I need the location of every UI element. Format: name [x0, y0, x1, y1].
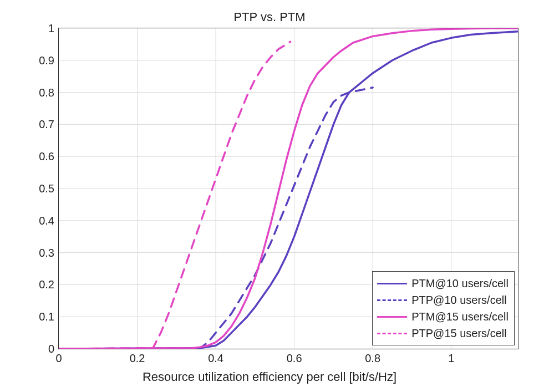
legend-label: PTP@10 users/cell: [411, 292, 506, 308]
legend-item-ptp15: PTP@15 users/cell: [377, 325, 509, 342]
y-tick: 0.3: [39, 246, 54, 259]
x-tick: 1: [448, 352, 454, 365]
legend-label: PTP@15 users/cell: [411, 325, 506, 342]
legend-item-ptm10: PTM@10 users/cell: [377, 275, 509, 292]
y-tick: 0.4: [39, 214, 54, 227]
y-tick: 0.9: [39, 54, 54, 67]
x-tick: 0.2: [130, 352, 145, 365]
legend-label: PTM@10 users/cell: [411, 275, 509, 292]
x-axis-label: Resource utilization efficiency per cell…: [0, 370, 539, 384]
y-tick: 1: [48, 22, 54, 35]
y-tick: 0.2: [39, 278, 54, 291]
legend-swatch: [377, 283, 407, 284]
series-line: [59, 42, 291, 349]
chart-title: PTP vs. PTM: [0, 10, 539, 24]
legend-swatch: [377, 333, 407, 334]
y-tick: 0.7: [39, 118, 54, 131]
legend-item-ptp10: PTP@10 users/cell: [377, 292, 509, 308]
chart-figure: PTP vs. PTM Cumulative distribution func…: [0, 0, 539, 392]
plot-area: 00.10.20.30.40.50.60.70.80.91 00.20.40.6…: [58, 28, 518, 349]
y-tick: 0.5: [39, 182, 54, 195]
x-tick: 0.8: [365, 352, 380, 365]
y-tick: 0.8: [39, 86, 54, 99]
legend-item-ptm15: PTM@15 users/cell: [377, 308, 509, 325]
y-tick: 0.6: [39, 150, 54, 163]
legend-swatch: [377, 316, 407, 318]
y-tick: 0: [48, 343, 54, 355]
y-tick: 0.1: [39, 310, 54, 323]
legend-label: PTM@15 users/cell: [411, 308, 509, 325]
x-tick: 0.4: [208, 352, 223, 365]
legend: PTM@10 users/cell PTP@10 users/cell PTM@…: [372, 271, 515, 345]
x-tick: 0: [55, 352, 62, 365]
legend-swatch: [377, 299, 407, 301]
x-tick: 0.6: [287, 352, 302, 365]
